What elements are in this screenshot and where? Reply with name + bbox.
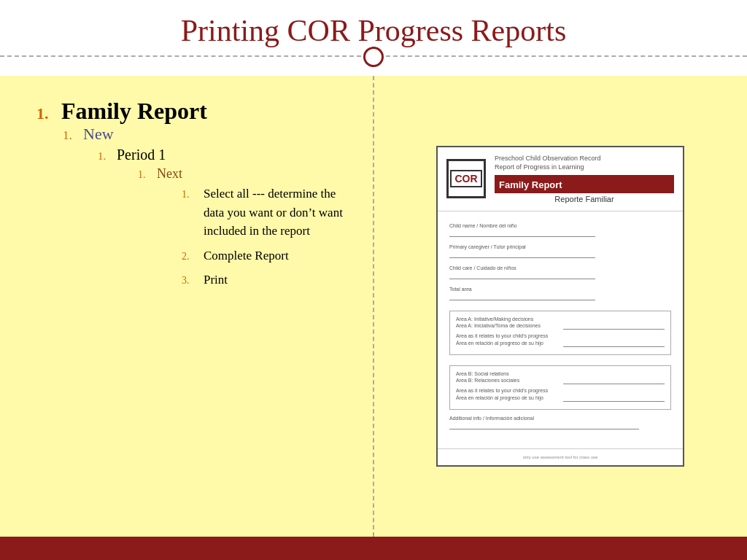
outline-l1: 1. Family Report 1. New	[36, 98, 359, 289]
l5-item: 3. Print	[182, 271, 359, 289]
doc-field-row: Child care / Cuidado de niños	[449, 265, 671, 279]
vertical-divider	[373, 76, 374, 537]
slide: Printing COR Progress Reports 1. Family …	[0, 0, 747, 560]
l5-item: 1. Select all --- determine the data you…	[182, 184, 359, 241]
list-item: 1. Next 1. Select all --- determine the …	[138, 166, 359, 289]
doc-section-row: Area B: Social relationsArea B: Relacion…	[456, 370, 665, 385]
l5-num: 1.	[182, 189, 198, 201]
doc-section-value	[563, 387, 665, 402]
l1-label: Family Report	[61, 98, 207, 125]
left-panel: 1. Family Report 1. New	[0, 76, 374, 537]
list-item: 3. Print	[182, 271, 359, 289]
doc-field-line-2	[449, 251, 595, 258]
doc-section-label: Area A: Initiative/Making decisionsArea …	[456, 316, 557, 330]
outline-l4: 1. Next 1. Select all --- determine the …	[138, 166, 359, 289]
cor-logo: COR	[446, 159, 486, 198]
doc-field-row: Primary caregiver / Tutor principal	[449, 244, 671, 258]
doc-main-title: Family Report	[495, 175, 674, 193]
l1-item: 1. Family Report	[36, 98, 359, 125]
cor-logo-inner: COR	[450, 170, 481, 187]
l2-label: New	[83, 125, 114, 144]
l4-item: 1. Next	[138, 166, 359, 182]
divider-circle	[363, 47, 384, 67]
outline-l2: 1. New 1. Period 1	[63, 125, 359, 289]
l5-label: Select all --- determine the data you wa…	[204, 184, 359, 241]
l3-label: Period 1	[117, 147, 166, 163]
l1-num: 1.	[36, 104, 54, 123]
doc-field-label-2: Primary caregiver / Tutor principal	[449, 244, 671, 249]
doc-subtitle-line1: Preschool Child Observation Record Repor…	[495, 155, 674, 171]
outline-l5: 1. Select all --- determine the data you…	[182, 184, 359, 289]
divider	[0, 55, 747, 76]
l4-label: Next	[157, 166, 182, 182]
doc-field-line-1	[449, 230, 595, 237]
footer-bar	[0, 537, 747, 560]
doc-section-row: Area A: Initiative/Making decisionsArea …	[456, 316, 665, 330]
list-item: 1. Period 1 1. Next	[98, 147, 359, 289]
list-item: 1. New 1. Period 1	[63, 125, 359, 289]
l3-item: 1. Period 1	[98, 147, 359, 163]
right-panel: COR Preschool Child Observation Record R…	[374, 76, 747, 537]
list-item: 2. Complete Report	[182, 246, 359, 265]
l5-item: 2. Complete Report	[182, 246, 359, 265]
doc-section-1: Area A: Initiative/Making decisionsArea …	[449, 311, 671, 355]
l3-num: 1.	[98, 150, 111, 163]
doc-main-title-text: Family Report	[499, 179, 562, 190]
subtitle-text-2: Report of Progress in Learning	[495, 163, 584, 171]
doc-section-label: Area B: Social relationsArea B: Relacion…	[456, 370, 557, 385]
doc-header: COR Preschool Child Observation Record R…	[438, 147, 683, 211]
doc-title-block: Preschool Child Observation Record Repor…	[495, 155, 674, 203]
doc-section-label: Area as it relates to your child's progr…	[456, 332, 557, 347]
subtitle-text-1: Preschool Child Observation Record	[495, 155, 601, 162]
doc-footer: only use assessment tool for class use	[438, 448, 683, 465]
outline-l3: 1. Period 1 1. Next	[98, 147, 359, 289]
cor-logo-text: COR	[450, 170, 481, 187]
main-content: 1. Family Report 1. New	[0, 76, 747, 537]
document-preview: COR Preschool Child Observation Record R…	[436, 146, 684, 467]
l5-num: 3.	[182, 275, 198, 287]
doc-field-label-4: Total area	[449, 287, 671, 292]
doc-field-row: Child name / Nombre del niño	[449, 223, 671, 237]
l5-label: Print	[204, 271, 228, 289]
l2-item: 1. New	[63, 125, 359, 144]
doc-field-label-1: Child name / Nombre del niño	[449, 223, 671, 228]
list-item: 1. Select all --- determine the data you…	[182, 184, 359, 241]
doc-field-label-5: Additional info / Información adicional	[449, 416, 671, 421]
doc-field-row: Total area	[449, 287, 671, 300]
doc-field-line-3	[449, 272, 595, 279]
doc-body: Child name / Nombre del niño Primary car…	[438, 211, 683, 448]
l5-num: 2.	[182, 251, 198, 262]
doc-section-row: Area as it relates to your child's progr…	[456, 387, 665, 402]
l4-num: 1.	[138, 169, 151, 181]
doc-section-value	[563, 332, 665, 347]
doc-sub-title: Reporte Familiar	[495, 195, 674, 203]
doc-section-value	[563, 370, 665, 385]
doc-section-value	[563, 316, 665, 330]
doc-field-line-4	[449, 293, 595, 300]
doc-field-row: Additional info / Información adicional	[449, 416, 671, 429]
list-item: 1. Family Report 1. New	[36, 98, 359, 289]
doc-field-line-5	[449, 422, 639, 429]
doc-field-label-3: Child care / Cuidado de niños	[449, 265, 671, 271]
slide-title: Printing COR Progress Reports	[29, 13, 718, 48]
l5-label: Complete Report	[204, 246, 289, 265]
l2-num: 1.	[63, 128, 77, 143]
doc-section-row: Area as it relates to your child's progr…	[456, 332, 665, 347]
doc-section-2: Area B: Social relationsArea B: Relacion…	[449, 365, 671, 410]
doc-section-label: Area as it relates to your child's progr…	[456, 387, 557, 402]
